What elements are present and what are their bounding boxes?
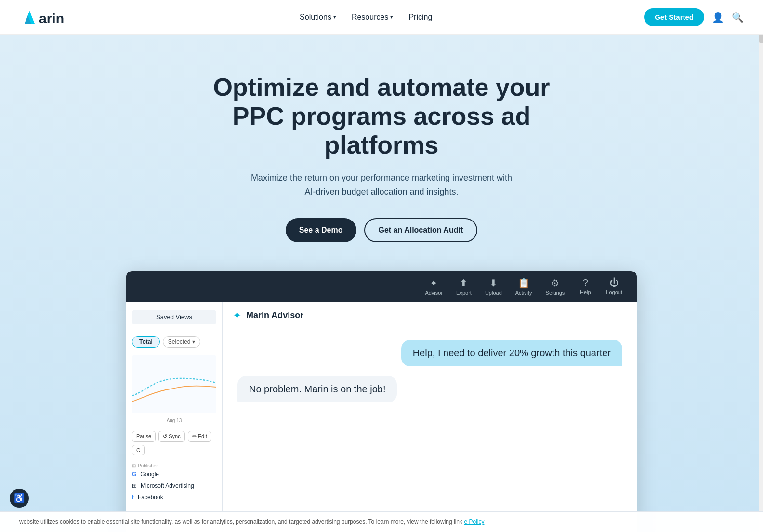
chat-panel: ✦ Marin Advisor Help, I need to deliver …	[223, 302, 637, 532]
selected-filter-button[interactable]: Selected ▾	[163, 336, 201, 348]
toolbar-export[interactable]: ⬆ Export	[451, 275, 476, 298]
chevron-down-icon: ▾	[192, 338, 195, 345]
edit-button[interactable]: ✏ Edit	[188, 431, 211, 442]
logout-icon: ⏻	[609, 277, 619, 288]
app-toolbar: ✦ Advisor ⬆ Export ⬇ Upload 📋 Activity ⚙…	[126, 271, 637, 302]
hero-buttons: See a Demo Get an Allocation Audit	[286, 218, 477, 242]
saved-views-button[interactable]: Saved Views	[132, 310, 216, 324]
microsoft-icon: ⊞	[132, 482, 137, 489]
chevron-down-icon: ▾	[390, 14, 393, 20]
search-icon[interactable]: 🔍	[732, 12, 744, 23]
help-icon: ?	[583, 277, 588, 288]
chart-date-label: Aug 13	[126, 417, 222, 427]
pause-button[interactable]: Pause	[132, 431, 156, 442]
nav-solutions[interactable]: Solutions ▾	[300, 13, 336, 22]
accessibility-button[interactable]: ♿	[10, 489, 29, 508]
facebook-icon: f	[132, 494, 134, 501]
advisor-icon: ✦	[430, 277, 438, 289]
more-button[interactable]: C	[132, 445, 145, 455]
settings-icon: ⚙	[551, 277, 559, 289]
toolbar-upload[interactable]: ⬇ Upload	[480, 275, 507, 298]
nav-pricing[interactable]: Pricing	[408, 13, 432, 22]
chat-header: ✦ Marin Advisor	[223, 302, 637, 330]
cookie-policy-link[interactable]: e Policy	[464, 519, 484, 525]
toolbar-help[interactable]: ? Help	[573, 275, 597, 297]
toolbar-activity[interactable]: 📋 Activity	[511, 275, 537, 298]
hero-subtitle: Maximize the return on your performance …	[247, 171, 516, 199]
bot-message: No problem. Marin is on the job!	[237, 376, 397, 402]
nav-links: Solutions ▾ Resources ▾ Pricing	[300, 13, 432, 22]
toolbar-logout[interactable]: ⏻ Logout	[601, 275, 627, 297]
left-panel: Saved Views Total Selected ▾ Aug 13	[126, 302, 223, 532]
publisher-facebook: f Facebook	[132, 492, 216, 503]
chat-title: Marin Advisor	[246, 311, 303, 321]
sync-button[interactable]: ↺ Sync	[158, 431, 185, 442]
upload-icon: ⬇	[489, 277, 498, 289]
nav-resources[interactable]: Resources ▾	[352, 13, 393, 22]
user-icon[interactable]: 👤	[712, 12, 724, 23]
see-demo-button[interactable]: See a Demo	[286, 218, 356, 242]
total-filter-button[interactable]: Total	[132, 336, 160, 348]
mini-chart	[132, 355, 216, 413]
accessibility-icon: ♿	[14, 493, 25, 504]
action-buttons: Pause ↺ Sync ✏ Edit C	[126, 427, 222, 459]
cookie-banner: website utilizes cookies to enable essen…	[0, 511, 763, 532]
publisher-microsoft: ⊞ Microsoft Advertising	[132, 480, 216, 492]
app-screenshot: ✦ Advisor ⬆ Export ⬇ Upload 📋 Activity ⚙…	[126, 271, 637, 532]
export-icon: ⬆	[460, 277, 468, 289]
user-message: Help, I need to deliver 20% growth this …	[401, 340, 622, 366]
nav-actions: Get Started 👤 🔍	[644, 8, 744, 26]
marin-star-icon: ✦	[233, 310, 241, 322]
chevron-down-icon: ▾	[333, 14, 336, 20]
total-selected-row: Total Selected ▾	[126, 332, 222, 351]
svg-text:arin: arin	[39, 10, 64, 26]
publisher-header: ⊞ Publisher	[132, 463, 216, 468]
google-icon: G	[132, 471, 136, 478]
chat-messages: Help, I need to deliver 20% growth this …	[223, 330, 637, 532]
toolbar-settings[interactable]: ⚙ Settings	[541, 275, 570, 298]
get-started-button[interactable]: Get Started	[644, 8, 704, 26]
app-body: Saved Views Total Selected ▾ Aug 13	[126, 302, 637, 532]
hero-section: Optimize and automate your PPC programs …	[0, 35, 763, 532]
hero-title: Optimize and automate your PPC programs …	[198, 73, 565, 159]
navbar: arin Solutions ▾ Resources ▾ Pricing Get…	[0, 0, 763, 35]
toolbar-advisor[interactable]: ✦ Advisor	[420, 275, 447, 298]
activity-icon: 📋	[518, 277, 530, 289]
publisher-google: G Google	[132, 468, 216, 480]
logo[interactable]: arin	[19, 8, 88, 27]
allocation-audit-button[interactable]: Get an Allocation Audit	[364, 218, 478, 242]
scrollbar[interactable]	[759, 0, 763, 532]
grid-icon: ⊞	[132, 463, 136, 468]
